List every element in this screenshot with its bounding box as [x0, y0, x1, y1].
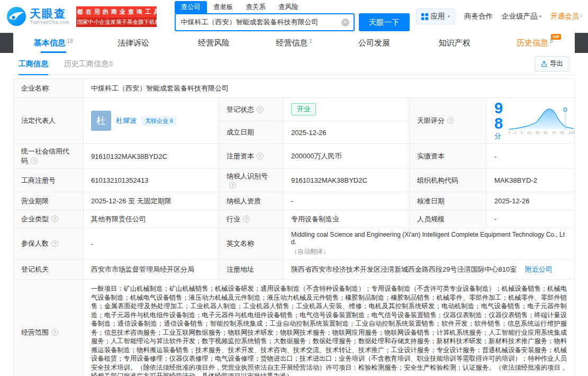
field-reg-number-label: 工商注册号 [14, 169, 84, 192]
info-icon[interactable] [229, 182, 236, 189]
tab-label: 法律诉讼 [117, 38, 149, 48]
clear-search-icon[interactable] [341, 19, 349, 26]
info-icon[interactable] [447, 117, 454, 124]
info-icon[interactable] [31, 157, 38, 164]
auto-translate-note: （自动翻译） [291, 247, 567, 256]
table-row: 企业名称 中煤科工（西安）智能成套装备科技有限公司 [14, 79, 575, 98]
field-reg-address-value: 陕西省西安市经济技术开发区泾渭新城西金路西段29号泾渭国际中心810室 附近公司 [284, 259, 575, 280]
score-axis: 0151030507090100 [508, 131, 575, 135]
tab-label: 基本信息 [34, 38, 66, 48]
chevron-down-icon [581, 14, 582, 19]
tab-basic-info[interactable]: 基本信息18 [13, 33, 94, 53]
tab-label: 经营风险 [198, 38, 230, 48]
info-icon[interactable] [51, 329, 58, 336]
search-tab-company[interactable]: 查公司 [175, 1, 207, 13]
field-industry-value: 专用设备制造业 [284, 210, 410, 228]
field-approval-date-label: 核准日期 [410, 192, 487, 210]
field-paid-capital-value: - [487, 144, 575, 169]
field-staff-size-value: - [487, 210, 575, 228]
field-industry-label: 行业 [219, 210, 284, 228]
field-reg-status-label: 登记状态 [219, 98, 284, 121]
related-companies-badge[interactable]: 关联企业6 [141, 116, 177, 126]
slogan-line-1: 都 在 用 的 商 业 查 询 工 具 [76, 6, 157, 17]
tyc-score-number[interactable]: 98分 [494, 101, 503, 141]
field-staff-size-label: 人员规模 [410, 210, 487, 228]
nav-open-membership[interactable]: 开通会员 [550, 12, 582, 21]
field-establish-date-value: 2025-12-26 [284, 121, 410, 144]
nav-business-cooperation[interactable]: 商务合作 [464, 12, 493, 21]
subtab-business-registration[interactable]: 工商信息 [19, 53, 48, 75]
field-tyc-score-value: 98分 [487, 98, 575, 144]
subtab-label: 工商信息 [19, 59, 48, 69]
field-business-term-value: 2025-12-26 至 无固定期限 [84, 192, 219, 210]
tab-operating-info[interactable]: 经营信息1 [254, 33, 334, 53]
logo-title: 天眼查 [30, 8, 70, 20]
tab-count: 18 [67, 38, 73, 44]
field-credit-code-value: 91610132MAK38BYD2C [84, 144, 219, 169]
table-row: 企业类型 其他有限责任公司 行业 专用设备制造业 人员规模 - [14, 210, 575, 228]
legal-rep-avatar[interactable]: 杜 [91, 111, 111, 131]
field-legal-rep-label: 法定代表人 [14, 98, 84, 144]
nav-enterprise-products[interactable]: 企业级产品 [502, 12, 541, 21]
subtab-history-business-registration[interactable]: 历史工商信息0 [64, 53, 113, 75]
field-company-type-value: 其他有限责任公司 [84, 210, 219, 228]
tab-history-info[interactable]: VIP 历史信息8 [494, 33, 575, 53]
chevron-down-icon [448, 14, 450, 19]
info-icon[interactable] [257, 153, 264, 159]
tab-operating-risk[interactable]: 经营风险 [174, 33, 254, 53]
field-business-scope-value: 一般项目：矿山机械制造；矿山机械销售；机械设备研发；通用设备制造（不含特种设备制… [84, 280, 575, 376]
info-icon[interactable] [257, 106, 264, 113]
search-input-wrap [175, 13, 355, 31]
table-row: 登记机关 西安市市场监督管理局经开区分局 注册地址 陕西省西安市经济技术开发区泾… [14, 259, 575, 280]
info-icon[interactable] [51, 240, 58, 247]
search-tab-boss[interactable]: 查老板 [207, 1, 240, 13]
field-english-name-value: Middling coal Science and Engineering (X… [284, 228, 575, 259]
field-reg-capital-label: 注册资本 [219, 144, 284, 169]
search-tab-relation[interactable]: 查关系 [240, 1, 273, 13]
field-taxpayer-quality-value: - [284, 192, 410, 210]
table-row: 经营范围 一般项目：矿山机械制造；矿山机械销售；机械设备研发；通用设备制造（不含… [14, 280, 575, 376]
main-tabs-strip: 基本信息18 法律诉讼 经营风险 经营信息1 公司发展 知识产权 VIP 历史信… [0, 33, 588, 53]
status-badge: 开业 [291, 103, 316, 115]
slogan-badge: 都 在 用 的 商 业 查 询 工 具 国家中小企业发展子基金旗下机构 [76, 6, 157, 27]
reg-address-text: 陕西省西安市经济技术开发区泾渭新城西金路西段29号泾渭国际中心810室 [291, 265, 517, 273]
field-reg-status-value: 开业 [284, 98, 410, 121]
field-insured-count-value: - [84, 228, 219, 259]
info-icon[interactable] [243, 216, 250, 222]
apps-menu-label: 应用 [431, 12, 445, 21]
search-button[interactable]: 天眼一下 [359, 13, 410, 31]
slogan-line-2: 国家中小企业发展子基金旗下机构 [76, 17, 157, 27]
field-tyc-score-label: 天眼评分 [410, 98, 487, 144]
tab-legal-litigation[interactable]: 法律诉讼 [94, 33, 174, 53]
tab-count: 1 [309, 38, 312, 44]
business-info-table: 企业名称 中煤科工（西安）智能成套装备科技有限公司 法定代表人 杜 杜耀波 关联… [13, 78, 575, 376]
field-reg-authority-label: 登记机关 [14, 259, 84, 280]
search-tab-risk[interactable]: 查风险 [272, 1, 305, 13]
related-companies-count: 6 [170, 118, 173, 124]
tab-intellectual-property[interactable]: 知识产权 [414, 33, 495, 53]
field-org-code-label: 组织机构代码 [410, 169, 487, 192]
field-legal-rep-value: 杜 杜耀波 关联企业6 [84, 98, 219, 144]
field-establish-date-label: 成立日期 [219, 121, 284, 144]
field-reg-number-value: 610132101352413 [84, 169, 219, 192]
field-insured-count-label: 参保人数 [14, 228, 84, 259]
nearby-companies-link[interactable]: 附近公司 [525, 265, 553, 273]
info-icon[interactable] [51, 216, 58, 222]
apps-menu[interactable]: 应用 [416, 8, 456, 24]
related-companies-label: 关联企业 [145, 118, 168, 124]
field-reg-address-label: 注册地址 [219, 259, 284, 280]
tab-label: 历史信息 [517, 38, 548, 48]
search-input[interactable] [176, 19, 354, 26]
tab-company-development[interactable]: 公司发展 [334, 33, 414, 53]
table-row: 参保人数 - 英文名称 Middling coal Science and En… [14, 228, 575, 259]
tianyancha-logo[interactable]: 天眼查 TianYanCha.com [6, 6, 70, 26]
export-label: 导出 [550, 59, 563, 68]
tab-label: 经营信息 [276, 38, 307, 48]
legal-rep-name-link[interactable]: 杜耀波 [116, 116, 137, 126]
field-paid-capital-label: 实缴资本 [410, 144, 487, 169]
search-tabs: 查公司 查老板 查关系 查风险 [175, 2, 410, 13]
export-button[interactable]: 导出 [535, 56, 569, 71]
field-taxpayer-id-label: 纳税人识别号 [219, 169, 284, 192]
field-business-term-label: 营业期限 [14, 192, 84, 210]
chevron-down-icon [539, 14, 542, 19]
